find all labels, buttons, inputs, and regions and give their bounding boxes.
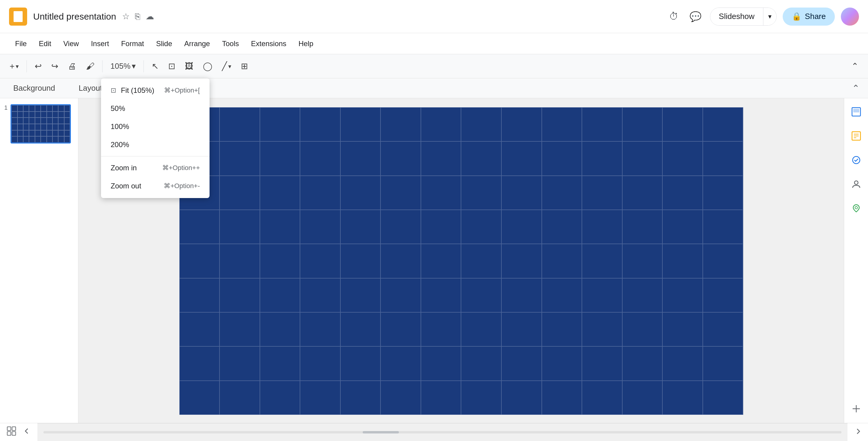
line-tool-button[interactable]: ╱ ▾ (218, 59, 235, 73)
menu-insert[interactable]: Insert (85, 37, 115, 50)
zoom-out-option[interactable]: Zoom out ⌘+Option+- (101, 177, 210, 195)
comment-button[interactable]: 💬 (687, 8, 704, 25)
menu-view[interactable]: View (57, 37, 85, 50)
panel-toggle-button[interactable] (23, 427, 31, 437)
grid-cell (219, 312, 260, 346)
grid-cell (582, 346, 622, 380)
grid-view-button[interactable] (6, 426, 17, 439)
shape-tool-button[interactable]: ◯ (199, 59, 216, 73)
grid-cell (421, 346, 461, 380)
grid-cell (703, 176, 743, 210)
grid-cell (340, 244, 381, 278)
thumb-cell (35, 105, 41, 112)
slideshow-button[interactable]: Slideshow ▾ (710, 7, 777, 26)
document-title[interactable]: Untitled presentation (33, 11, 116, 22)
grid-cell (300, 312, 340, 346)
paint-button[interactable]: 🖌 (82, 59, 98, 73)
thumb-cell (53, 124, 58, 130)
sidebar-tasks-icon[interactable] (849, 153, 864, 167)
zoom-button[interactable]: 105% ▾ (107, 60, 139, 73)
thumb-cell (64, 124, 70, 130)
grid-cell (380, 107, 421, 141)
grid-cell (219, 278, 260, 312)
grid-cell (260, 312, 300, 346)
zoom-50-option[interactable]: 50% (101, 99, 210, 118)
grid-cell (542, 312, 582, 346)
textbox-tool-button[interactable]: ⊞ (237, 59, 251, 73)
grid-cell (380, 312, 421, 346)
menu-file[interactable]: File (9, 37, 33, 50)
grid-cell (421, 278, 461, 312)
collapse-toolbar-button[interactable]: ⌃ (848, 59, 862, 73)
grid-cell (340, 312, 381, 346)
add-button[interactable]: + ▾ (6, 59, 22, 73)
svg-point-8 (855, 207, 858, 209)
slide-canvas[interactable] (179, 107, 743, 415)
collapse-button[interactable]: ⌃ (849, 81, 862, 96)
thumb-cell (35, 124, 41, 130)
slideshow-label[interactable]: Slideshow (710, 8, 763, 25)
grid-cell (703, 278, 743, 312)
grid-cell (340, 210, 381, 244)
grid-cell (179, 210, 220, 244)
grid-cell (300, 107, 340, 141)
print-button[interactable]: 🖨 (64, 59, 80, 73)
grid-cell (461, 176, 501, 210)
redo-button[interactable]: ↪ (48, 59, 62, 73)
share-button[interactable]: 🔒 Share (783, 7, 835, 26)
slideshow-dropdown-arrow[interactable]: ▾ (763, 8, 776, 25)
background-button[interactable]: Background (6, 81, 62, 95)
thumb-cell (41, 118, 46, 124)
undo-button[interactable]: ↩ (31, 59, 45, 73)
slide-thumbnail[interactable] (10, 104, 71, 144)
menu-slide[interactable]: Slide (150, 37, 178, 50)
app-logo[interactable] (9, 7, 27, 26)
grid-cell (219, 381, 260, 415)
menu-tools[interactable]: Tools (216, 37, 245, 50)
fit-zoom-option[interactable]: ⊡ Fit (105%) ⌘+Option+[ (101, 82, 210, 99)
folder-icon[interactable]: ⎘ (135, 12, 140, 22)
sidebar-people-icon[interactable] (849, 177, 864, 192)
grid-cell (219, 107, 260, 141)
h-scrollbar[interactable] (37, 423, 847, 441)
thumb-cell (18, 124, 23, 130)
grid-cell (461, 107, 501, 141)
sidebar-maps-icon[interactable] (849, 201, 864, 216)
sidebar-add-button[interactable] (851, 403, 862, 417)
grid-cell (582, 107, 622, 141)
grid-cell (662, 141, 703, 176)
grid-cell (542, 244, 582, 278)
menu-extensions[interactable]: Extensions (245, 37, 292, 50)
grid-cell (219, 141, 260, 176)
zoom-100-option[interactable]: 100% (101, 118, 210, 136)
svg-point-7 (855, 181, 858, 185)
menu-edit[interactable]: Edit (33, 37, 57, 50)
zoom-200-option[interactable]: 200% (101, 136, 210, 154)
scrollbar-thumb[interactable] (363, 431, 399, 434)
avatar[interactable] (841, 7, 859, 26)
menu-help[interactable]: Help (292, 37, 319, 50)
sidebar-slides-icon[interactable] (849, 104, 864, 119)
grid-cell (622, 176, 663, 210)
thumb-cell (41, 136, 46, 143)
panel-toggle-right-button[interactable] (854, 427, 862, 437)
menu-arrange[interactable]: Arrange (178, 37, 216, 50)
image-tool-button[interactable]: 🖼 (181, 59, 197, 73)
frame-tool-button[interactable]: ⊡ (165, 59, 179, 73)
zoom-in-option[interactable]: Zoom in ⌘+Option++ (101, 159, 210, 177)
grid-cell (260, 141, 300, 176)
cloud-icon[interactable]: ☁ (146, 11, 154, 22)
grid-cell (501, 210, 542, 244)
grid-cell (622, 244, 663, 278)
grid-cell (340, 346, 381, 380)
grid-cell (662, 107, 703, 141)
scrollbar-track[interactable] (43, 431, 841, 434)
grid-cell (582, 210, 622, 244)
svg-rect-1 (853, 109, 859, 113)
select-tool-button[interactable]: ↖ (148, 59, 162, 73)
menu-format[interactable]: Format (115, 37, 150, 50)
star-icon[interactable]: ☆ (122, 11, 130, 22)
sidebar-notes-icon[interactable] (849, 128, 864, 144)
history-button[interactable]: ⏱ (666, 8, 681, 24)
grid-cell (501, 107, 542, 141)
